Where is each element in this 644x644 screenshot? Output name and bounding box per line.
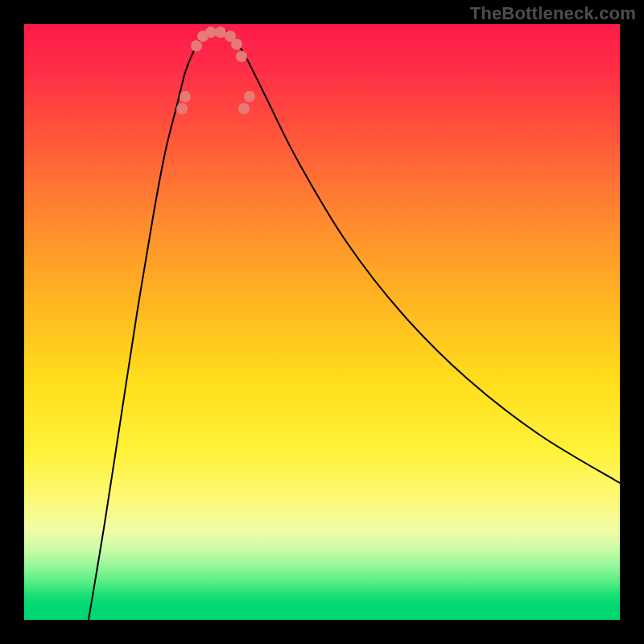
series-layer (89, 31, 620, 620)
marker-point (180, 91, 191, 102)
watermark-text: TheBottleneck.com (470, 3, 636, 24)
chart-svg (24, 24, 620, 620)
marker-point (244, 91, 255, 102)
chart-frame: TheBottleneck.com (0, 0, 644, 644)
series-curve-right (235, 40, 620, 483)
series-curve-left (89, 40, 200, 620)
marker-point (238, 103, 250, 114)
marker-point (176, 103, 188, 114)
marker-point (231, 39, 242, 50)
marker-layer (176, 27, 255, 114)
plot-area (24, 24, 620, 620)
marker-point (236, 51, 247, 62)
marker-point (215, 27, 226, 38)
marker-point (191, 40, 202, 52)
marker-point (205, 27, 217, 38)
